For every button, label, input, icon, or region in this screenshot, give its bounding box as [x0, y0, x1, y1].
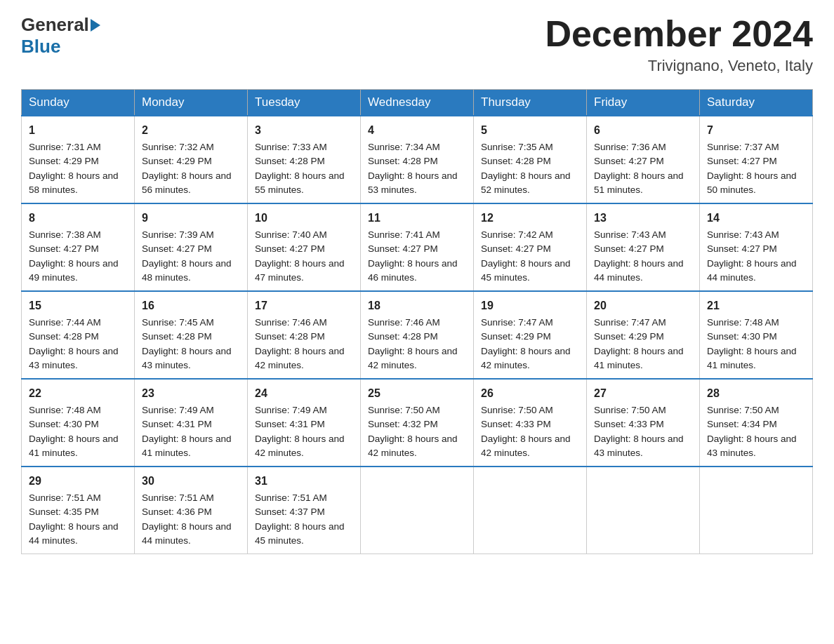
daylight-text: Daylight: 8 hours and 53 minutes. — [368, 170, 458, 195]
day-number: 26 — [481, 385, 579, 402]
calendar-cell: 6Sunrise: 7:36 AMSunset: 4:27 PMDaylight… — [587, 116, 700, 203]
sunrise-text: Sunrise: 7:49 AM — [255, 405, 327, 415]
calendar-cell: 5Sunrise: 7:35 AMSunset: 4:28 PMDaylight… — [474, 116, 587, 203]
daylight-text: Daylight: 8 hours and 46 minutes. — [368, 258, 458, 283]
calendar-cell: 23Sunrise: 7:49 AMSunset: 4:31 PMDayligh… — [135, 379, 248, 467]
calendar-cell: 17Sunrise: 7:46 AMSunset: 4:28 PMDayligh… — [248, 291, 361, 379]
day-number: 20 — [594, 297, 692, 314]
calendar-cell: 14Sunrise: 7:43 AMSunset: 4:27 PMDayligh… — [700, 203, 813, 291]
calendar-cell: 31Sunrise: 7:51 AMSunset: 4:37 PMDayligh… — [248, 467, 361, 554]
daylight-text: Daylight: 8 hours and 41 minutes. — [29, 434, 119, 458]
day-number: 23 — [142, 385, 240, 402]
day-number: 17 — [255, 297, 353, 314]
daylight-text: Daylight: 8 hours and 51 minutes. — [594, 170, 684, 195]
daylight-text: Daylight: 8 hours and 44 minutes. — [142, 521, 232, 546]
calendar-header-row: SundayMondayTuesdayWednesdayThursdayFrid… — [22, 90, 813, 116]
calendar-week-row: 15Sunrise: 7:44 AMSunset: 4:28 PMDayligh… — [22, 291, 813, 379]
col-header-monday: Monday — [135, 90, 248, 116]
day-number: 11 — [368, 210, 466, 227]
sunrise-text: Sunrise: 7:39 AM — [142, 229, 214, 240]
sunset-text: Sunset: 4:29 PM — [481, 331, 551, 342]
calendar-cell: 18Sunrise: 7:46 AMSunset: 4:28 PMDayligh… — [361, 291, 474, 379]
daylight-text: Daylight: 8 hours and 58 minutes. — [29, 170, 119, 195]
sunset-text: Sunset: 4:29 PM — [142, 156, 212, 166]
day-number: 8 — [29, 210, 127, 227]
sunset-text: Sunset: 4:28 PM — [29, 331, 99, 342]
calendar-cell: 20Sunrise: 7:47 AMSunset: 4:29 PMDayligh… — [587, 291, 700, 379]
sunrise-text: Sunrise: 7:49 AM — [142, 405, 214, 415]
daylight-text: Daylight: 8 hours and 50 minutes. — [707, 170, 797, 195]
sunrise-text: Sunrise: 7:34 AM — [368, 142, 440, 152]
calendar-cell: 3Sunrise: 7:33 AMSunset: 4:28 PMDaylight… — [248, 116, 361, 203]
day-number: 10 — [255, 210, 353, 227]
day-number: 27 — [594, 385, 692, 402]
calendar-cell: 19Sunrise: 7:47 AMSunset: 4:29 PMDayligh… — [474, 291, 587, 379]
sunrise-text: Sunrise: 7:47 AM — [594, 317, 666, 328]
sunset-text: Sunset: 4:31 PM — [255, 419, 325, 429]
sunrise-text: Sunrise: 7:50 AM — [594, 405, 666, 415]
sunrise-text: Sunrise: 7:35 AM — [481, 142, 553, 152]
col-header-sunday: Sunday — [22, 90, 135, 116]
sunset-text: Sunset: 4:27 PM — [481, 243, 551, 254]
day-number: 21 — [707, 297, 805, 314]
sunset-text: Sunset: 4:30 PM — [29, 419, 99, 429]
daylight-text: Daylight: 8 hours and 42 minutes. — [255, 434, 345, 458]
sunrise-text: Sunrise: 7:51 AM — [142, 492, 214, 503]
daylight-text: Daylight: 8 hours and 42 minutes. — [368, 434, 458, 458]
logo-arrow-icon — [91, 19, 100, 32]
sunrise-text: Sunrise: 7:45 AM — [142, 317, 214, 328]
calendar-week-row: 29Sunrise: 7:51 AMSunset: 4:35 PMDayligh… — [22, 467, 813, 554]
sunrise-text: Sunrise: 7:40 AM — [255, 229, 327, 240]
day-number: 29 — [29, 473, 127, 490]
calendar-cell: 25Sunrise: 7:50 AMSunset: 4:32 PMDayligh… — [361, 379, 474, 467]
sunset-text: Sunset: 4:33 PM — [594, 419, 664, 429]
day-number: 25 — [368, 385, 466, 402]
sunrise-text: Sunrise: 7:38 AM — [29, 229, 101, 240]
sunrise-text: Sunrise: 7:51 AM — [29, 492, 101, 503]
month-title: December 2024 — [545, 14, 813, 54]
sunrise-text: Sunrise: 7:42 AM — [481, 229, 553, 240]
calendar-cell: 16Sunrise: 7:45 AMSunset: 4:28 PMDayligh… — [135, 291, 248, 379]
col-header-friday: Friday — [587, 90, 700, 116]
sunrise-text: Sunrise: 7:46 AM — [255, 317, 327, 328]
day-number: 30 — [142, 473, 240, 490]
calendar-cell — [587, 467, 700, 554]
day-number: 31 — [255, 473, 353, 490]
col-header-wednesday: Wednesday — [361, 90, 474, 116]
sunset-text: Sunset: 4:28 PM — [368, 331, 438, 342]
col-header-saturday: Saturday — [700, 90, 813, 116]
calendar-table: SundayMondayTuesdayWednesdayThursdayFrid… — [21, 89, 813, 554]
calendar-cell: 13Sunrise: 7:43 AMSunset: 4:27 PMDayligh… — [587, 203, 700, 291]
sunrise-text: Sunrise: 7:51 AM — [255, 492, 327, 503]
calendar-week-row: 1Sunrise: 7:31 AMSunset: 4:29 PMDaylight… — [22, 116, 813, 203]
daylight-text: Daylight: 8 hours and 41 minutes. — [594, 346, 684, 370]
calendar-cell: 27Sunrise: 7:50 AMSunset: 4:33 PMDayligh… — [587, 379, 700, 467]
daylight-text: Daylight: 8 hours and 42 minutes. — [368, 346, 458, 370]
day-number: 9 — [142, 210, 240, 227]
daylight-text: Daylight: 8 hours and 42 minutes. — [481, 346, 571, 370]
daylight-text: Daylight: 8 hours and 43 minutes. — [707, 434, 797, 458]
day-number: 28 — [707, 385, 805, 402]
daylight-text: Daylight: 8 hours and 49 minutes. — [29, 258, 119, 283]
sunset-text: Sunset: 4:27 PM — [255, 243, 325, 254]
sunrise-text: Sunrise: 7:50 AM — [707, 405, 779, 415]
day-number: 7 — [707, 122, 805, 139]
sunrise-text: Sunrise: 7:43 AM — [594, 229, 666, 240]
daylight-text: Daylight: 8 hours and 52 minutes. — [481, 170, 571, 195]
sunrise-text: Sunrise: 7:31 AM — [29, 142, 101, 152]
sunset-text: Sunset: 4:32 PM — [368, 419, 438, 429]
daylight-text: Daylight: 8 hours and 44 minutes. — [707, 258, 797, 283]
sunset-text: Sunset: 4:27 PM — [29, 243, 99, 254]
sunrise-text: Sunrise: 7:47 AM — [481, 317, 553, 328]
calendar-cell: 30Sunrise: 7:51 AMSunset: 4:36 PMDayligh… — [135, 467, 248, 554]
day-number: 22 — [29, 385, 127, 402]
sunrise-text: Sunrise: 7:36 AM — [594, 142, 666, 152]
sunrise-text: Sunrise: 7:33 AM — [255, 142, 327, 152]
sunset-text: Sunset: 4:34 PM — [707, 419, 777, 429]
calendar-cell: 22Sunrise: 7:48 AMSunset: 4:30 PMDayligh… — [22, 379, 135, 467]
sunset-text: Sunset: 4:27 PM — [594, 156, 664, 166]
calendar-cell: 29Sunrise: 7:51 AMSunset: 4:35 PMDayligh… — [22, 467, 135, 554]
col-header-thursday: Thursday — [474, 90, 587, 116]
sunset-text: Sunset: 4:28 PM — [255, 156, 325, 166]
calendar-cell: 28Sunrise: 7:50 AMSunset: 4:34 PMDayligh… — [700, 379, 813, 467]
